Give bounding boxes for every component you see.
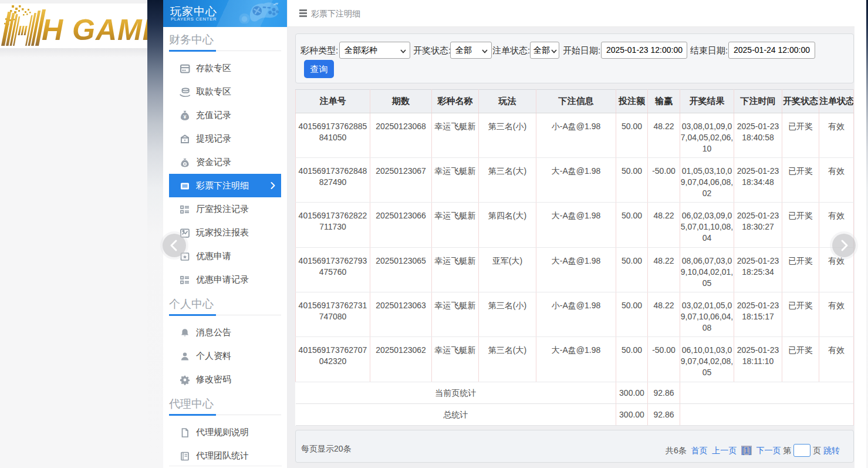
svg-text:¥: ¥ xyxy=(184,114,187,120)
svg-text:H GAME: H GAME xyxy=(42,14,147,46)
